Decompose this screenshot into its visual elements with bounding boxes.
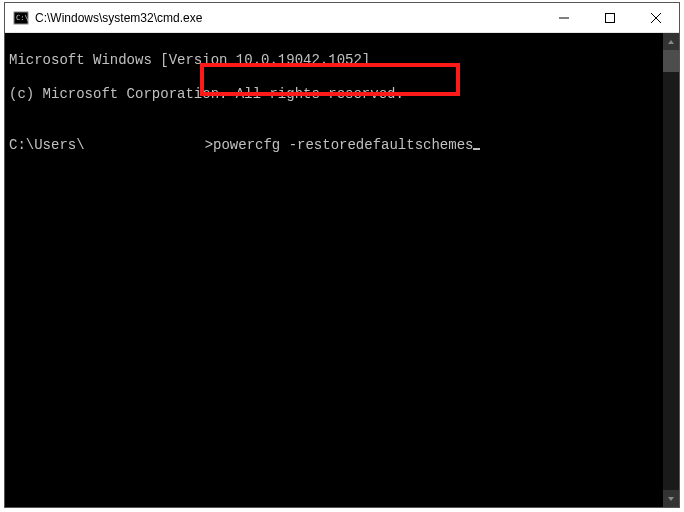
- minimize-icon: [559, 13, 569, 23]
- scroll-up-button[interactable]: [663, 33, 679, 50]
- scroll-track[interactable]: [663, 50, 679, 490]
- svg-rect-3: [606, 13, 615, 22]
- window-title: C:\Windows\system32\cmd.exe: [35, 11, 202, 25]
- scroll-thumb[interactable]: [663, 50, 679, 72]
- maximize-button[interactable]: [587, 3, 633, 33]
- maximize-icon: [605, 13, 615, 23]
- prompt-prefix: C:\Users\: [9, 137, 85, 153]
- prompt-line: C:\Users\>powercfg -restoredefaultscheme…: [9, 137, 663, 154]
- minimize-button[interactable]: [541, 3, 587, 33]
- command-text: powercfg -restoredefaultschemes: [213, 137, 473, 153]
- cursor: [473, 148, 480, 150]
- version-line: Microsoft Windows [Version 10.0.19042.10…: [9, 52, 663, 69]
- svg-marker-6: [668, 40, 674, 44]
- cmd-window: C:\ C:\Windows\system32\cmd.exe Microsof…: [4, 2, 680, 508]
- titlebar[interactable]: C:\ C:\Windows\system32\cmd.exe: [5, 3, 679, 33]
- svg-text:C:\: C:\: [16, 14, 29, 22]
- scroll-up-icon: [667, 38, 675, 46]
- close-icon: [651, 13, 661, 23]
- vertical-scrollbar[interactable]: [663, 33, 679, 507]
- close-button[interactable]: [633, 3, 679, 33]
- copyright-line: (c) Microsoft Corporation. All rights re…: [9, 86, 663, 103]
- scroll-down-icon: [667, 495, 675, 503]
- redacted-username: [85, 138, 205, 152]
- scroll-down-button[interactable]: [663, 490, 679, 507]
- svg-marker-7: [668, 497, 674, 501]
- console-output[interactable]: Microsoft Windows [Version 10.0.19042.10…: [5, 33, 663, 507]
- prompt-suffix: >: [205, 137, 213, 153]
- cmd-icon: C:\: [13, 10, 29, 26]
- client-area: Microsoft Windows [Version 10.0.19042.10…: [5, 33, 679, 507]
